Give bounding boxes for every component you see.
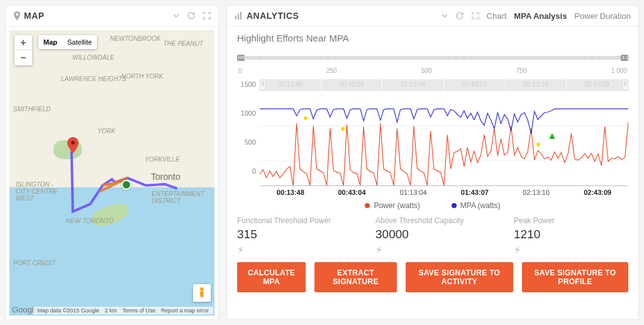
bar-chart-icon: [235, 12, 243, 19]
slider-tick-labels: 0 250 500 750 1 000: [237, 67, 628, 74]
expand-icon[interactable]: [203, 12, 211, 19]
slider-min-handle[interactable]: 0W: [237, 55, 245, 61]
refresh-icon[interactable]: [456, 12, 464, 19]
legend-power: Power (watts): [365, 201, 419, 210]
metrics-row: Functional Threshold Power 315 ⚡︎ Above …: [237, 212, 628, 262]
refresh-icon[interactable]: [187, 12, 196, 19]
chart-plot-area[interactable]: [260, 91, 628, 185]
y-axis: 1500 1000 500 0: [237, 79, 260, 186]
map-header: MAP: [6, 6, 218, 26]
time-selection-band[interactable]: 00:13:48 00:43:04 01:13:04 01:43:07 02:1…: [260, 79, 628, 91]
map-zoom-in[interactable]: +: [14, 35, 32, 50]
effort-slider[interactable]: 0W 1 000W: [237, 46, 628, 67]
lightning-icon: ⚡︎: [237, 244, 350, 256]
metric-atc: Above Threshold Capacity 30000 ⚡︎: [375, 216, 489, 256]
map-type-toggle[interactable]: Map Satellite: [38, 35, 97, 49]
map-view-satellite[interactable]: Satellite: [62, 35, 97, 49]
calculate-mpa-button[interactable]: CALCULATE MPA: [237, 262, 306, 292]
svg-rect-2: [200, 291, 204, 297]
lightning-icon: ⚡︎: [375, 244, 489, 256]
save-to-activity-button[interactable]: SAVE SIGNATURE TO ACTIVITY: [406, 262, 513, 292]
collapse-icon[interactable]: [172, 12, 180, 19]
svg-rect-3: [235, 16, 236, 19]
start-pin-icon: [67, 137, 79, 153]
analytics-panel: ANALYTICS Chart MPA Analysis Power Durat…: [226, 5, 639, 320]
collapse-icon[interactable]: [441, 12, 448, 19]
svg-point-1: [200, 287, 204, 291]
legend-mpa: MPA (watts): [452, 201, 501, 210]
slider-max-handle[interactable]: 1 000W: [621, 55, 628, 61]
tab-power-duration[interactable]: Power Duration: [574, 11, 631, 21]
x-axis: 00:13:48 00:43:04 01:13:04 01:43:07 02:1…: [260, 186, 628, 196]
svg-point-0: [71, 141, 75, 145]
map-title: MAP: [13, 11, 45, 21]
svg-rect-5: [240, 12, 242, 19]
power-chart: 1500 1000 500 0 00:13:48 00:43:04 01:13:…: [237, 79, 628, 186]
streetview-pegman[interactable]: [193, 284, 211, 302]
end-marker: [121, 180, 131, 190]
analytics-title-text: ANALYTICS: [247, 11, 299, 21]
save-to-profile-button[interactable]: SAVE SIGNATURE TO PROFILE: [522, 262, 628, 292]
map-canvas[interactable]: NEWTONBROOK WILLOWDALE THE PEANUT LAWREN…: [9, 30, 214, 316]
metric-peak: Peak Power 1210 ⚡︎: [514, 216, 627, 256]
lightning-icon: ⚡︎: [514, 244, 627, 256]
analytics-title: ANALYTICS: [235, 11, 299, 21]
map-zoom: + −: [14, 35, 32, 65]
svg-rect-4: [238, 14, 239, 19]
map-zoom-out[interactable]: −: [14, 50, 32, 65]
action-buttons: CALCULATE MPA EXTRACT SIGNATURE SAVE SIG…: [237, 262, 628, 292]
effort-marker: [536, 143, 540, 146]
tab-chart[interactable]: Chart: [487, 11, 507, 21]
map-title-text: MAP: [24, 11, 45, 21]
extract-signature-button[interactable]: EXTRACT SIGNATURE: [314, 262, 397, 292]
map-view-map[interactable]: Map: [38, 35, 62, 49]
route-line: [9, 30, 214, 316]
map-attribution: Map data ©2015 Google 2 km Terms of Use …: [33, 307, 213, 314]
map-panel: MAP NEWTONBROOK WILLOWDALE THE PEANUT LA…: [5, 5, 219, 320]
pin-icon: [13, 11, 21, 20]
metric-ftp: Functional Threshold Power 315 ⚡︎: [237, 216, 350, 256]
slider-title: Highlight Efforts Near MPA: [237, 33, 628, 43]
time-band-handle-left[interactable]: ||: [260, 79, 266, 91]
tab-mpa-analysis[interactable]: MPA Analysis: [514, 11, 567, 21]
marker-icon: ▲: [547, 130, 557, 141]
effort-marker: [341, 127, 345, 131]
expand-icon[interactable]: [472, 12, 479, 19]
time-band-handle-right[interactable]: ||: [622, 79, 628, 91]
analytics-header: ANALYTICS Chart MPA Analysis Power Durat…: [227, 6, 638, 26]
chart-legend: Power (watts) MPA (watts): [237, 196, 628, 212]
